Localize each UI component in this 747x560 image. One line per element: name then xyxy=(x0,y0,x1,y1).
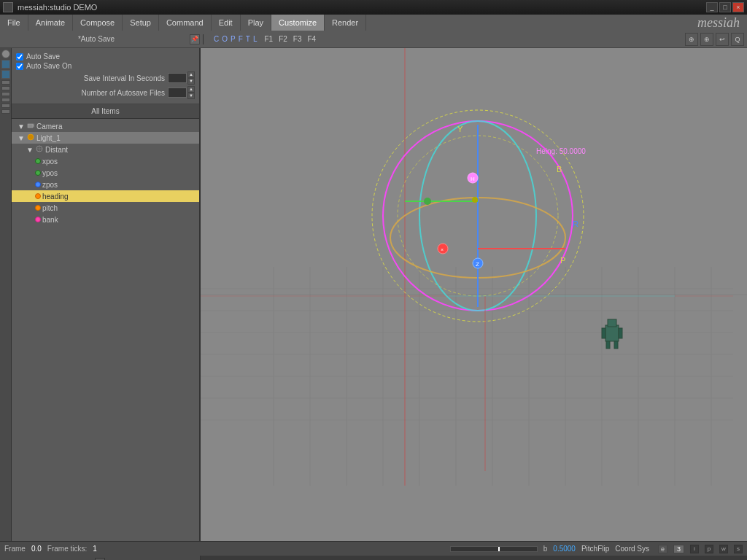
ruler-left-gutter: ◀ xyxy=(0,556,201,560)
distant-label: Distant xyxy=(45,146,68,154)
bank-dot xyxy=(35,217,41,222)
autosaveon-row: Auto Save On xyxy=(16,62,195,70)
distant-icon xyxy=(36,145,43,154)
toolbar-c[interactable]: C xyxy=(214,35,219,43)
toolbar-f2[interactable]: F2 xyxy=(279,35,287,43)
camera-label: Camera xyxy=(36,122,63,131)
menu-edit[interactable]: Edit xyxy=(212,15,241,31)
svg-text:P: P xyxy=(560,256,565,265)
side-icon-2[interactable] xyxy=(1,60,10,69)
coord-sys[interactable]: Coord Sys xyxy=(615,545,649,553)
menu-file[interactable]: File xyxy=(0,15,28,31)
side-icon-7[interactable] xyxy=(1,98,10,102)
toolbar-f1[interactable]: F1 xyxy=(264,35,273,43)
svg-point-49 xyxy=(472,197,478,203)
autosave-checkbox[interactable] xyxy=(16,53,23,61)
scene-tree[interactable]: ▼ Camera ▼ Light_1 ▼ xyxy=(12,119,199,541)
frame-value: 0.0 xyxy=(31,545,42,553)
vp-icon-3[interactable]: ↩ xyxy=(716,33,729,46)
scrubber-bar[interactable] xyxy=(450,546,538,552)
pitch-flip[interactable]: PitchFlip xyxy=(581,545,609,553)
toolbar-p[interactable]: P xyxy=(231,35,236,43)
menu-compose[interactable]: Compose xyxy=(73,15,123,31)
toolbar-t[interactable]: T xyxy=(246,35,250,43)
side-icon-9[interactable] xyxy=(1,109,10,114)
autosaveon-label: Auto Save On xyxy=(26,62,71,70)
side-icon-1[interactable] xyxy=(1,50,10,58)
xpos-dot xyxy=(35,158,41,164)
files-input[interactable]: 10 xyxy=(168,88,187,98)
app-title: messiah:studio DEMO xyxy=(18,3,97,12)
tree-item-distant[interactable]: ▼ Distant xyxy=(12,144,199,155)
camera-icon xyxy=(27,122,34,131)
toolbar-o[interactable]: O xyxy=(222,35,228,43)
side-icon-6[interactable] xyxy=(1,92,10,96)
close-button[interactable]: × xyxy=(732,2,744,12)
svg-rect-58 xyxy=(614,341,618,349)
svg-rect-53 xyxy=(605,325,619,341)
menubar: File Animate Compose Setup Command Edit … xyxy=(0,15,747,31)
vp-icon-1[interactable]: ⊕ xyxy=(685,33,698,46)
svg-rect-54 xyxy=(608,319,616,327)
tree-item-pitch[interactable]: pitch xyxy=(12,202,199,214)
window-controls[interactable]: _ □ × xyxy=(706,2,744,12)
light1-label: Light_1 xyxy=(36,134,61,142)
side-icon-3[interactable] xyxy=(1,70,10,79)
svg-rect-57 xyxy=(606,341,610,349)
e-badge[interactable]: e xyxy=(658,545,667,553)
num-badge-3[interactable]: 3 xyxy=(673,545,684,553)
menu-setup[interactable]: Setup xyxy=(123,15,159,31)
svg-rect-56 xyxy=(619,328,622,338)
toolbar-f3[interactable]: F3 xyxy=(293,35,302,43)
side-icon-4[interactable] xyxy=(1,80,10,85)
menu-customize[interactable]: Customize xyxy=(271,15,325,31)
app-icon xyxy=(3,2,13,12)
ticks-label: Frame ticks: xyxy=(47,545,87,553)
viewport[interactable]: SOFTPEDIA xyxy=(201,48,747,541)
svg-text:Y: Y xyxy=(457,125,463,133)
interval-spin[interactable]: ▲ ▼ xyxy=(187,71,195,85)
menu-animate[interactable]: Animate xyxy=(28,15,73,31)
vp-icon-4[interactable]: Q xyxy=(731,33,744,46)
svg-text:Z: Z xyxy=(476,261,479,268)
pin-button[interactable]: 📌 xyxy=(190,34,200,44)
toolbar-f4[interactable]: F4 xyxy=(307,35,316,43)
tree-item-zpos[interactable]: zpos xyxy=(12,179,199,190)
files-label: Number of Autosave Files xyxy=(16,89,165,97)
autosaveon-checkbox[interactable] xyxy=(16,63,23,70)
timeline-ruler[interactable]: 0 10 20 30 40 50 60 70 80 90 xyxy=(201,556,747,560)
files-spin[interactable]: ▲ ▼ xyxy=(187,86,195,99)
minimize-button[interactable]: _ xyxy=(706,2,718,12)
rp-icon-i[interactable]: i xyxy=(690,545,699,553)
svg-rect-0 xyxy=(28,124,33,128)
menu-render[interactable]: Render xyxy=(325,15,366,31)
tree-item-ypos[interactable]: ypos xyxy=(12,167,199,179)
vp-icon-2[interactable]: ⊕ xyxy=(700,33,713,46)
autosave-label-text: Auto Save xyxy=(26,52,60,61)
ypos-dot xyxy=(35,170,41,176)
autosave-checkbox-row: Auto Save xyxy=(16,52,195,61)
tree-item-camera[interactable]: ▼ Camera xyxy=(12,120,199,132)
tree-item-bank[interactable]: bank xyxy=(12,214,199,225)
rp-icon-s[interactable]: s xyxy=(734,545,743,553)
scene-tree-header: All Items xyxy=(12,104,199,119)
toolbar-l[interactable]: L xyxy=(253,35,258,43)
tree-item-xpos[interactable]: xpos xyxy=(12,155,199,167)
rp-icon-w[interactable]: w xyxy=(719,545,728,553)
bank-label: bank xyxy=(42,216,58,224)
svg-text:×: × xyxy=(441,247,444,252)
side-icon-5[interactable] xyxy=(1,86,10,90)
toolbar: *Auto Save 📌 C O P F T L F1 F2 F3 F4 ⊕ ⊕… xyxy=(0,31,747,48)
menu-play[interactable]: Play xyxy=(241,15,271,31)
ypos-label: ypos xyxy=(42,169,58,177)
xpos-label: xpos xyxy=(42,158,58,166)
toolbar-f[interactable]: F xyxy=(239,35,243,43)
tree-item-light1[interactable]: ▼ Light_1 xyxy=(12,132,199,144)
tree-item-heading[interactable]: heading xyxy=(12,190,199,202)
side-icon-8[interactable] xyxy=(1,104,10,108)
menu-command[interactable]: Command xyxy=(159,15,212,31)
maximize-button[interactable]: □ xyxy=(719,2,731,12)
autosave-label: *Auto Save xyxy=(3,35,190,43)
interval-input[interactable]: 30 xyxy=(168,73,187,83)
rp-icon-p[interactable]: p xyxy=(705,545,713,553)
